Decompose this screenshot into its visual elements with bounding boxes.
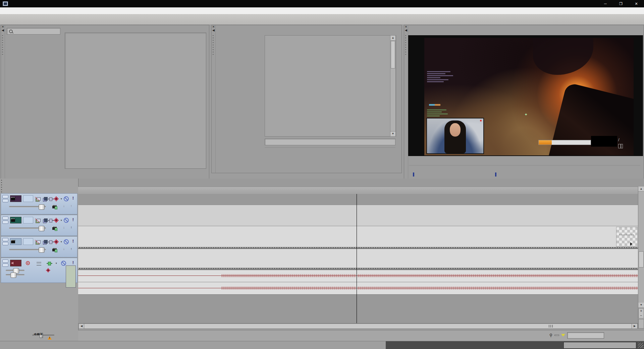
track-2-event[interactable] <box>78 226 638 247</box>
make-parent-icon[interactable]: ↑ <box>70 226 76 231</box>
arm-record-icon[interactable] <box>26 261 30 265</box>
media-list-scrollbar[interactable]: ▲ ▼ <box>390 35 396 137</box>
track-fx-icon[interactable] <box>49 240 52 244</box>
track-number-badge[interactable] <box>10 195 21 202</box>
chevron-down-icon[interactable]: ▾ <box>61 197 62 200</box>
track-content-area[interactable] <box>78 194 638 328</box>
make-parent-icon[interactable]: ↑ <box>70 204 76 209</box>
playhead-line[interactable] <box>357 194 357 328</box>
zoom-edit-corner[interactable] <box>638 319 644 329</box>
warning-icon[interactable] <box>48 334 52 340</box>
minimize-button[interactable]: ─ <box>598 0 613 7</box>
close-icon[interactable]: ✕ <box>1 25 5 29</box>
solo-icon[interactable]: ! <box>70 196 76 201</box>
pin-icon[interactable]: ◀ <box>1 29 5 32</box>
track-minmax-buttons[interactable] <box>2 259 8 267</box>
waveform-view-icon[interactable] <box>37 262 41 265</box>
make-child-icon[interactable]: ↓ <box>63 247 68 252</box>
pan-crop-icon[interactable] <box>44 197 48 201</box>
compositing-gear-icon[interactable] <box>54 240 58 244</box>
solo-icon[interactable]: ! <box>70 217 76 223</box>
track-header-3[interactable]: ▾ ! ↓ ↑ <box>1 236 77 257</box>
track-number-badge[interactable] <box>10 260 21 266</box>
pan-crop-icon[interactable] <box>44 218 48 222</box>
chevron-down-icon[interactable]: ▾ <box>61 219 62 222</box>
tags-input[interactable] <box>265 139 395 145</box>
zoom-in-icon[interactable]: +− <box>638 308 644 318</box>
track-motion-icon[interactable] <box>37 240 41 244</box>
maximize-button[interactable]: ❐ <box>613 0 629 7</box>
scroll-down-icon[interactable]: ▼ <box>390 131 395 136</box>
track-motion-icon[interactable] <box>37 197 41 201</box>
plugin-search-input[interactable] <box>7 28 60 35</box>
composite-level-slider[interactable] <box>9 228 46 229</box>
pin-icon[interactable]: ◀ <box>404 29 408 32</box>
make-child-icon[interactable]: ↓ <box>63 226 68 231</box>
chevron-down-icon[interactable]: ▾ <box>56 262 57 265</box>
mute-icon[interactable] <box>64 196 69 201</box>
resize-grip[interactable] <box>638 343 643 348</box>
track-name-field[interactable] <box>23 217 33 223</box>
track-header-4[interactable]: ▾ ! ▾ <box>1 258 77 283</box>
close-button[interactable]: ✕ <box>629 0 644 7</box>
track-number-badge[interactable] <box>10 238 21 245</box>
track-minmax-buttons[interactable] <box>2 195 8 202</box>
scroll-thumb[interactable] <box>391 41 395 68</box>
scroll-down-icon[interactable]: ▼ <box>638 303 644 308</box>
volume-slider[interactable] <box>6 270 24 271</box>
track-motion-icon[interactable] <box>37 219 41 222</box>
automation-settings-icon[interactable] <box>52 248 57 251</box>
scroll-thumb[interactable] <box>84 323 633 329</box>
down-triangle-icon[interactable] <box>561 334 565 339</box>
horizontal-scrollbar[interactable]: ◀ ▶ <box>78 323 638 329</box>
mute-icon[interactable] <box>64 239 69 244</box>
compositing-gear-icon[interactable] <box>54 218 58 222</box>
preset-area[interactable] <box>65 33 206 169</box>
vertical-scrollbar[interactable]: ▲ ▼ +− <box>638 187 644 329</box>
track-minmax-buttons[interactable] <box>2 216 8 224</box>
track-fx-icon[interactable] <box>49 219 52 222</box>
panel-grip[interactable]: ✕ ◀ <box>1 25 5 179</box>
pan-crop-icon[interactable] <box>44 240 48 244</box>
scroll-right-icon[interactable]: ▶ <box>632 323 638 329</box>
composite-level-slider[interactable] <box>9 206 46 207</box>
track-name-field[interactable] <box>23 238 33 245</box>
make-parent-icon[interactable]: ↑ <box>70 247 76 252</box>
panel-grip[interactable]: ✕ ◀ <box>212 25 216 173</box>
chevron-down-icon[interactable]: ▾ <box>61 240 62 243</box>
scroll-up-icon[interactable]: ▲ <box>390 36 395 41</box>
track-name-field[interactable] <box>23 195 33 202</box>
text-media-event[interactable] <box>616 227 638 247</box>
track-3-event[interactable] <box>78 249 638 268</box>
panel-grip[interactable]: ✕ ◀ <box>404 25 408 179</box>
track-header-1[interactable]: ▾ ! ↓ ↑ <box>1 193 77 214</box>
composite-level-slider[interactable] <box>9 249 46 250</box>
mute-icon[interactable] <box>61 261 66 266</box>
track-number-badge[interactable] <box>10 217 21 223</box>
make-child-icon[interactable]: ↓ <box>63 204 68 209</box>
track-1-row[interactable] <box>78 205 638 226</box>
cursor-time-field[interactable] <box>554 335 559 336</box>
close-icon[interactable]: ✕ <box>212 25 215 29</box>
close-icon[interactable]: ✕ <box>404 25 408 29</box>
track-header-2[interactable]: ▾ ! ↓ ↑ <box>1 215 77 236</box>
selection-length-field[interactable] <box>567 332 604 339</box>
pin-icon[interactable]: ◀ <box>212 29 215 32</box>
compositing-gear-icon[interactable] <box>54 197 58 201</box>
time-ruler[interactable] <box>78 187 638 195</box>
scroll-thumb[interactable] <box>639 251 644 267</box>
audio-fx-icon[interactable] <box>48 262 51 265</box>
automation-settings-icon[interactable] <box>52 205 57 208</box>
solo-icon[interactable]: ! <box>70 239 76 244</box>
mute-icon[interactable] <box>64 218 69 223</box>
timeline-grip[interactable] <box>1 180 2 193</box>
automation-settings-icon[interactable] <box>52 227 57 230</box>
automation-gear-icon[interactable] <box>46 268 50 272</box>
frame-info <box>494 166 496 177</box>
pushpin-icon[interactable]: ⚲ <box>549 333 552 338</box>
solo-icon[interactable]: ! <box>70 260 76 266</box>
track-fx-icon[interactable] <box>49 197 52 201</box>
pan-slider[interactable] <box>6 274 24 276</box>
scroll-up-icon[interactable]: ▲ <box>638 187 644 192</box>
track-minmax-buttons[interactable] <box>2 238 8 245</box>
